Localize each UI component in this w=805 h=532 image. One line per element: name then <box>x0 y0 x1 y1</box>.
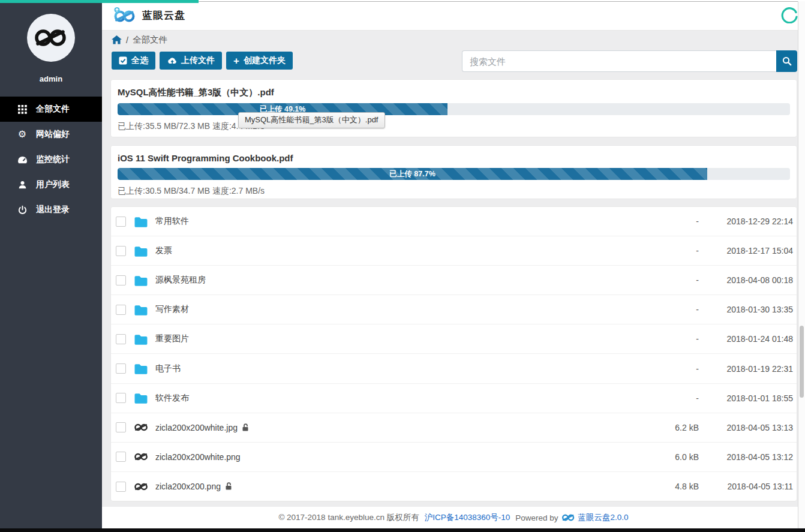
sidebar-item-monitoring[interactable]: 监控统计 <box>0 147 102 172</box>
file-list: 常用软件 - 2018-12-29 22:14 发票 - 2018-12-17 … <box>110 206 797 501</box>
row-checkbox[interactable] <box>116 217 126 227</box>
scrollbar-track[interactable] <box>798 1 805 528</box>
copyright-text: © 2017-2018 tank.eyeblue.cn 版权所有 <box>278 512 419 523</box>
file-name[interactable]: 电子书 <box>155 363 181 374</box>
image-thumbnail-icon <box>133 423 149 432</box>
plus-icon: + <box>233 56 239 65</box>
breadcrumb-current: 全部文件 <box>133 34 167 46</box>
file-name[interactable]: 软件发布 <box>155 393 189 404</box>
file-date: 2018-01-30 13:35 <box>699 305 793 314</box>
avatar <box>27 14 75 62</box>
upload-info: 已上传:30.5 MB/34.7 MB 速度:2.7 MB/s <box>118 186 790 197</box>
file-name[interactable]: 写作素材 <box>155 304 189 315</box>
row-checkbox[interactable] <box>116 422 126 432</box>
brand-logo[interactable]: 蓝眼云盘 <box>113 7 185 23</box>
sidebar-item-logout[interactable]: 退出登录 <box>0 197 102 223</box>
table-row[interactable]: 源枫景苑租房 - 2018-04-08 00:18 <box>111 266 797 295</box>
file-date: 2018-12-17 15:04 <box>699 246 793 256</box>
table-row[interactable]: 重要图片 - 2018-01-24 01:48 <box>111 324 797 354</box>
table-row[interactable]: 发票 - 2018-12-17 15:04 <box>111 236 797 266</box>
row-checkbox[interactable] <box>116 393 126 403</box>
file-name[interactable]: zicla200x200.png <box>155 482 221 491</box>
table-row[interactable]: 电子书 - 2018-01-19 22:31 <box>111 354 797 383</box>
powered-by: Powered by 蓝眼云盘2.0.0 <box>515 512 628 523</box>
progress-track: 已上传 87.7% <box>118 168 790 180</box>
search-bar <box>462 50 797 72</box>
main-header: 蓝眼云盘 <box>102 0 805 31</box>
scrollbar-thumb[interactable] <box>800 326 804 398</box>
unlock-icon <box>242 423 249 432</box>
table-row[interactable]: zicla200x200white.png 6.0 kB 2018-04-05 … <box>111 443 797 472</box>
folder-icon <box>133 275 149 286</box>
file-name[interactable]: 常用软件 <box>155 216 189 227</box>
file-date: 2018-04-08 00:18 <box>699 275 793 285</box>
sidebar-item-user-list[interactable]: 用户列表 <box>0 172 102 197</box>
sidebar-item-all-files[interactable]: 全部文件 <box>0 97 102 122</box>
file-date: 2018-04-05 13:13 <box>699 423 793 432</box>
file-size: - <box>609 364 699 374</box>
powered-by-label: Powered by <box>515 513 558 522</box>
file-name[interactable]: 源枫景苑租房 <box>155 275 206 285</box>
table-row[interactable]: zicla200x200white.jpg 6.2 kB 2018-04-05 … <box>111 413 797 443</box>
loading-spinner-icon <box>781 7 798 26</box>
file-date: 2018-04-05 13:12 <box>699 452 793 462</box>
check-square-icon <box>119 56 127 65</box>
page: admin 全部文件 ⚙ 网站偏好 <box>0 0 805 532</box>
power-icon <box>16 205 28 215</box>
select-all-button[interactable]: 全选 <box>112 52 155 70</box>
sidebar-item-label: 全部文件 <box>36 104 70 115</box>
row-checkbox[interactable] <box>116 482 126 492</box>
home-icon[interactable] <box>112 35 122 44</box>
folder-icon <box>133 333 149 345</box>
loading-progress-bar <box>0 0 199 3</box>
row-checkbox[interactable] <box>116 452 126 462</box>
grid-icon <box>16 105 28 114</box>
upload-file-button[interactable]: 上传文件 <box>160 52 222 70</box>
sidebar-item-label: 退出登录 <box>36 205 70 215</box>
brand-infinity-icon <box>113 7 135 23</box>
search-button[interactable] <box>776 50 797 72</box>
row-checkbox[interactable] <box>116 363 126 374</box>
toolbar: 全选 上传文件 + 创建文件夹 <box>112 52 293 70</box>
product-link[interactable]: 蓝眼云盘2.0.0 <box>578 512 629 523</box>
infinity-logo-icon <box>34 27 68 49</box>
row-checkbox[interactable] <box>116 246 126 256</box>
file-size: 6.0 kB <box>609 452 699 462</box>
file-date: 2018-01-01 18:55 <box>699 393 793 403</box>
search-input[interactable] <box>462 50 776 72</box>
folder-icon <box>133 392 149 404</box>
row-checkbox[interactable] <box>116 305 126 315</box>
row-checkbox[interactable] <box>116 275 126 285</box>
file-date: 2018-01-24 01:48 <box>699 334 793 344</box>
progress-label: 已上传 87.7% <box>389 169 435 179</box>
icp-link[interactable]: 沪ICP备14038360号-10 <box>425 512 510 523</box>
folder-icon <box>133 245 149 257</box>
username: admin <box>0 74 102 83</box>
table-row[interactable]: zicla200x200.png 4.8 kB 2018-04-05 13:11 <box>111 472 797 501</box>
sidebar-item-site-preferences[interactable]: ⚙ 网站偏好 <box>0 122 102 147</box>
breadcrumb: / 全部文件 <box>112 34 167 46</box>
file-name[interactable]: 发票 <box>155 245 172 256</box>
table-row[interactable]: 软件发布 - 2018-01-01 18:55 <box>111 384 797 413</box>
folder-icon <box>133 304 149 315</box>
image-thumbnail-icon <box>133 452 149 461</box>
footer-infinity-icon <box>561 513 575 522</box>
file-name[interactable]: zicla200x200white.jpg <box>155 423 238 432</box>
create-folder-button[interactable]: + 创建文件夹 <box>226 52 293 70</box>
upload-card-1: MySQL高性能书籍_第3版（中文）.pdf 已上传 49.1% 已上传:35.… <box>110 79 797 137</box>
file-name[interactable]: zicla200x200white.png <box>155 452 241 462</box>
table-row[interactable]: 常用软件 - 2018-12-29 22:14 <box>111 207 797 236</box>
upload-card-2: iOS 11 Swift Programming Cookbook.pdf 已上… <box>110 145 797 199</box>
folder-icon <box>133 216 149 227</box>
sidebar-item-label: 用户列表 <box>36 179 70 190</box>
file-name[interactable]: 重要图片 <box>155 333 189 344</box>
sidebar-item-label: 监控统计 <box>36 154 70 165</box>
filename-tooltip: MySQL高性能书籍_第3版（中文）.pdf <box>238 112 385 128</box>
row-checkbox[interactable] <box>116 334 126 344</box>
upload-filename: iOS 11 Swift Programming Cookbook.pdf <box>118 153 790 163</box>
gear-icon: ⚙ <box>16 130 28 139</box>
file-date: 2018-12-29 22:14 <box>699 217 793 226</box>
table-row[interactable]: 写作素材 - 2018-01-30 13:35 <box>111 295 797 324</box>
progress-fill: 已上传 87.7% <box>118 168 707 180</box>
breadcrumb-separator: / <box>126 35 128 45</box>
